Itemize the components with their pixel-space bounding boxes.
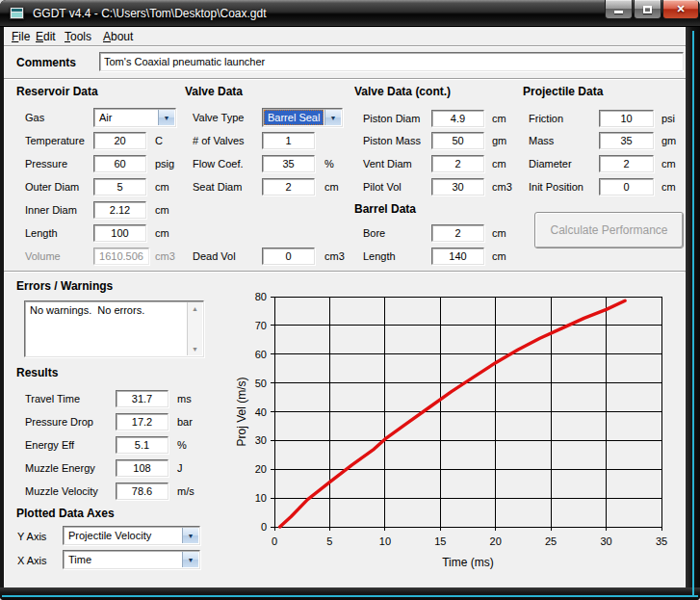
svg-text:0: 0 xyxy=(261,521,267,533)
chevron-down-icon[interactable]: ▼ xyxy=(324,110,341,125)
pilot-vol-field[interactable] xyxy=(431,178,484,196)
muzzle-energy-label: Muzzle Energy xyxy=(25,462,95,474)
minimize-button[interactable] xyxy=(605,0,633,19)
piston-diam-unit: cm xyxy=(492,113,506,124)
diameter-label: Diameter xyxy=(529,158,572,170)
titlebar[interactable]: GGDT v4.4 - C:\Users\Tom\Desktop\Coax.gd… xyxy=(0,0,700,27)
comments-input[interactable] xyxy=(99,52,684,71)
piston-diam-field[interactable] xyxy=(431,110,484,127)
outer-diam-label: Outer Diam xyxy=(25,181,79,193)
energy-eff-unit: % xyxy=(177,439,187,451)
travel-time-field[interactable] xyxy=(116,390,169,407)
inner-diam-unit: cm xyxy=(155,204,169,216)
pressure-drop-label: Pressure Drop xyxy=(25,416,93,428)
bore-label: Bore xyxy=(363,227,385,239)
maximize-button[interactable] xyxy=(634,0,661,19)
reservoir-data-header: Reservoir Data xyxy=(16,85,98,98)
reservoir-length-label: Length xyxy=(25,227,58,239)
temperature-field[interactable] xyxy=(93,132,146,149)
mass-field[interactable] xyxy=(599,132,654,149)
window-frame-left xyxy=(0,27,4,587)
valve-type-value: Barrel Seal xyxy=(264,110,324,125)
muzzle-velocity-field[interactable] xyxy=(116,483,169,500)
barrel-length-unit: cm xyxy=(492,250,506,262)
x-axis-select[interactable]: Time ▼ xyxy=(63,550,200,569)
barrel-length-label: Length xyxy=(363,250,396,262)
comments-divider xyxy=(4,78,686,80)
scroll-down-icon[interactable]: ▼ xyxy=(188,346,202,352)
energy-eff-field[interactable] xyxy=(116,436,169,454)
maximize-icon xyxy=(643,6,652,13)
x-axis-value: Time xyxy=(65,552,181,567)
muzzle-velocity-unit: m/s xyxy=(177,485,194,497)
pressure-field[interactable] xyxy=(93,155,146,172)
init-position-field[interactable] xyxy=(599,178,654,196)
svg-text:20: 20 xyxy=(255,463,267,475)
valve-type-label: Valve Type xyxy=(193,112,244,123)
gas-select[interactable]: Air ▼ xyxy=(93,108,176,127)
piston-mass-label: Piston Mass xyxy=(363,135,421,146)
bore-field[interactable] xyxy=(431,224,484,242)
y-axis-select[interactable]: Projectile Velocity ▼ xyxy=(63,526,200,545)
seat-diam-unit: cm xyxy=(324,181,339,193)
barrel-length-field[interactable] xyxy=(431,248,484,265)
svg-text:25: 25 xyxy=(545,535,557,547)
errors-warnings-header: Errors / Warnings xyxy=(16,279,113,293)
pressure-drop-unit: bar xyxy=(177,416,193,428)
reservoir-length-unit: cm xyxy=(155,227,169,239)
svg-text:35: 35 xyxy=(656,535,667,547)
comments-label: Comments xyxy=(16,56,76,69)
menu-item-about[interactable]: About xyxy=(103,30,133,43)
y-axis-label: Y Axis xyxy=(17,531,46,542)
init-position-label: Init Position xyxy=(529,181,583,193)
muzzle-energy-field[interactable] xyxy=(116,459,169,477)
valve-type-select[interactable]: Barrel Seal ▼ xyxy=(262,108,343,127)
close-button[interactable]: ✕ xyxy=(662,0,699,19)
window-title: GGDT v4.4 - C:\Users\Tom\Desktop\Coax.gd… xyxy=(33,7,267,20)
piston-mass-unit: gm xyxy=(492,135,506,146)
calculate-performance-button[interactable]: Calculate Performance xyxy=(534,212,684,248)
volume-label: Volume xyxy=(25,250,61,262)
svg-text:40: 40 xyxy=(255,406,267,418)
minimize-icon xyxy=(614,11,623,13)
svg-text:0: 0 xyxy=(272,535,277,547)
svg-text:70: 70 xyxy=(255,320,267,331)
temperature-label: Temperature xyxy=(25,135,85,146)
seat-diam-field[interactable] xyxy=(262,178,315,196)
velocity-time-chart: 0102030405060708005101520253035Time (ms)… xyxy=(234,277,686,578)
outer-diam-field[interactable] xyxy=(93,178,146,196)
diameter-field[interactable] xyxy=(599,155,654,172)
chevron-down-icon[interactable]: ▼ xyxy=(158,110,174,125)
chevron-down-icon[interactable]: ▼ xyxy=(182,552,198,567)
gas-label: Gas xyxy=(25,112,44,123)
volume-unit: cm3 xyxy=(155,250,175,262)
energy-eff-label: Energy Eff xyxy=(25,439,74,451)
friction-field[interactable] xyxy=(599,110,654,127)
svg-text:Proj Vel (m/s): Proj Vel (m/s) xyxy=(235,377,248,446)
scroll-up-icon[interactable]: ▲ xyxy=(188,305,202,312)
menu-item-tools[interactable]: Tools xyxy=(65,30,91,43)
dead-vol-label: Dead Vol xyxy=(193,250,236,262)
inner-diam-field[interactable] xyxy=(93,201,146,219)
diameter-unit: cm xyxy=(661,158,676,170)
reservoir-length-field[interactable] xyxy=(93,224,146,242)
form-divider xyxy=(4,271,686,273)
dead-vol-field[interactable] xyxy=(262,248,315,265)
num-valves-label: # of Valves xyxy=(193,135,245,146)
flow-coef-field[interactable] xyxy=(262,155,315,172)
errors-scrollbar[interactable]: ▲ ▼ xyxy=(187,302,202,355)
svg-text:30: 30 xyxy=(600,535,611,547)
flow-coef-label: Flow Coef. xyxy=(193,158,244,170)
menu-item-file[interactable]: File xyxy=(12,30,30,43)
chevron-down-icon[interactable]: ▼ xyxy=(182,528,198,543)
svg-text:20: 20 xyxy=(490,535,502,547)
volume-field xyxy=(93,248,149,265)
results-header: Results xyxy=(16,366,58,379)
piston-diam-label: Piston Diam xyxy=(363,113,420,124)
num-valves-field[interactable] xyxy=(262,132,315,149)
piston-mass-field[interactable] xyxy=(431,132,484,149)
vent-diam-field[interactable] xyxy=(431,155,484,172)
vent-diam-unit: cm xyxy=(492,158,506,170)
pressure-drop-field[interactable] xyxy=(116,413,169,430)
menu-item-edit[interactable]: Edit xyxy=(36,30,56,43)
